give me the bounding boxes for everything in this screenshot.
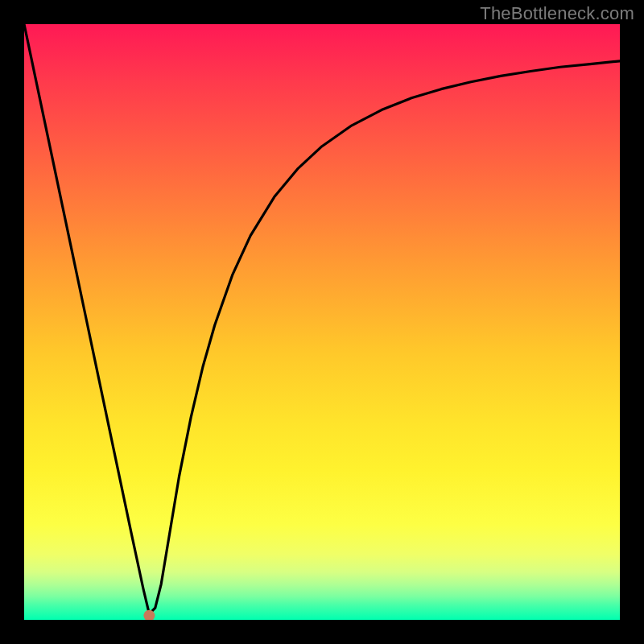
bottleneck-curve-path — [24, 24, 620, 614]
plot-area — [24, 24, 620, 620]
watermark-text: TheBottleneck.com — [480, 3, 634, 24]
chart-stage: TheBottleneck.com — [0, 0, 644, 644]
bottleneck-chart-svg — [24, 24, 620, 620]
